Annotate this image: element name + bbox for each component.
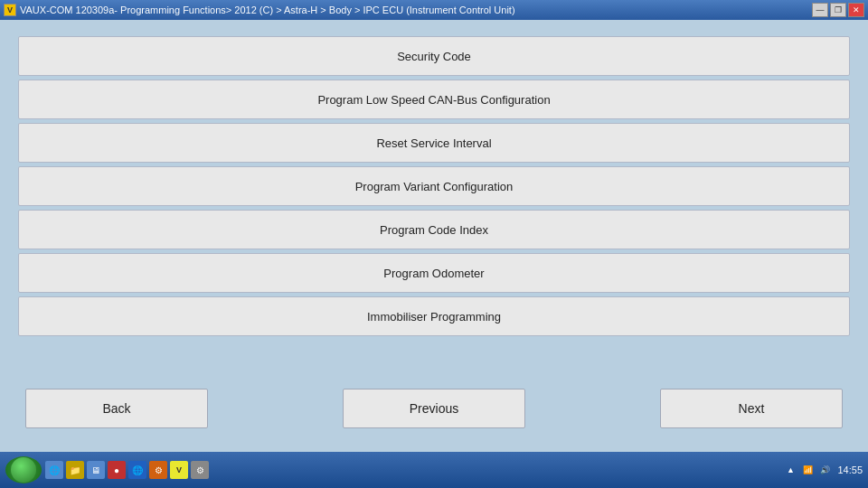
- minimize-button[interactable]: —: [812, 3, 828, 17]
- next-button[interactable]: Next: [660, 389, 843, 428]
- menu-item-variant-config[interactable]: Program Variant Configuration: [18, 166, 850, 206]
- close-button[interactable]: ✕: [848, 3, 864, 17]
- sys-icon-sound: 🔊: [817, 463, 832, 477]
- sys-icon-network: 📶: [800, 463, 815, 477]
- taskbar-left: 🌐 📁 🖥 ● 🌐 ⚙ V ⚙: [5, 456, 209, 483]
- taskbar-icon-misc[interactable]: ⚙: [191, 461, 209, 479]
- previous-button[interactable]: Previous: [343, 389, 525, 428]
- menu-list: Security Code Program Low Speed CAN-Bus …: [18, 36, 850, 376]
- sys-icon-1: ▲: [783, 463, 797, 477]
- app-icon: V: [4, 4, 16, 16]
- title-bar-left: V VAUX-COM 120309a- Programming Function…: [4, 4, 515, 16]
- menu-item-code-index[interactable]: Program Code Index: [18, 210, 850, 249]
- taskbar-right: ▲ 📶 🔊 14:55: [783, 463, 863, 477]
- taskbar-icon-red[interactable]: ●: [108, 461, 126, 479]
- taskbar-icon-monitor[interactable]: 🖥: [87, 461, 105, 479]
- back-button[interactable]: Back: [25, 389, 208, 428]
- taskbar-icon-folder[interactable]: 📁: [66, 461, 84, 479]
- main-area: Security Code Program Low Speed CAN-Bus …: [0, 20, 868, 452]
- sys-tray: ▲ 📶 🔊: [783, 463, 832, 477]
- taskbar-icon-settings[interactable]: ⚙: [149, 461, 167, 479]
- restore-button[interactable]: ❐: [830, 3, 846, 17]
- taskbar-icons: 🌐 📁 🖥 ● 🌐 ⚙ V ⚙: [45, 461, 209, 479]
- title-bar: V VAUX-COM 120309a- Programming Function…: [0, 0, 868, 20]
- navigation-area: Back Previous Next: [18, 376, 850, 441]
- taskbar-icon-vauxhall[interactable]: V: [170, 461, 188, 479]
- menu-item-security-code[interactable]: Security Code: [18, 36, 850, 76]
- title-bar-text: VAUX-COM 120309a- Programming Functions>…: [20, 5, 515, 15]
- taskbar-icon-globe[interactable]: 🌐: [128, 461, 146, 479]
- time-display: 14:55: [837, 465, 863, 475]
- title-bar-controls: — ❐ ✕: [812, 3, 864, 17]
- start-orb: [11, 457, 36, 483]
- taskbar-icon-ie[interactable]: 🌐: [45, 461, 63, 479]
- taskbar: 🌐 📁 🖥 ● 🌐 ⚙ V ⚙ ▲ 📶 🔊 14:55: [0, 452, 868, 488]
- menu-item-immobiliser[interactable]: Immobiliser Programming: [18, 296, 850, 336]
- menu-item-low-speed-can[interactable]: Program Low Speed CAN-Bus Configuration: [18, 80, 850, 119]
- menu-item-odometer[interactable]: Program Odometer: [18, 253, 850, 293]
- menu-item-reset-service[interactable]: Reset Service Interval: [18, 123, 850, 163]
- start-button[interactable]: [5, 456, 42, 483]
